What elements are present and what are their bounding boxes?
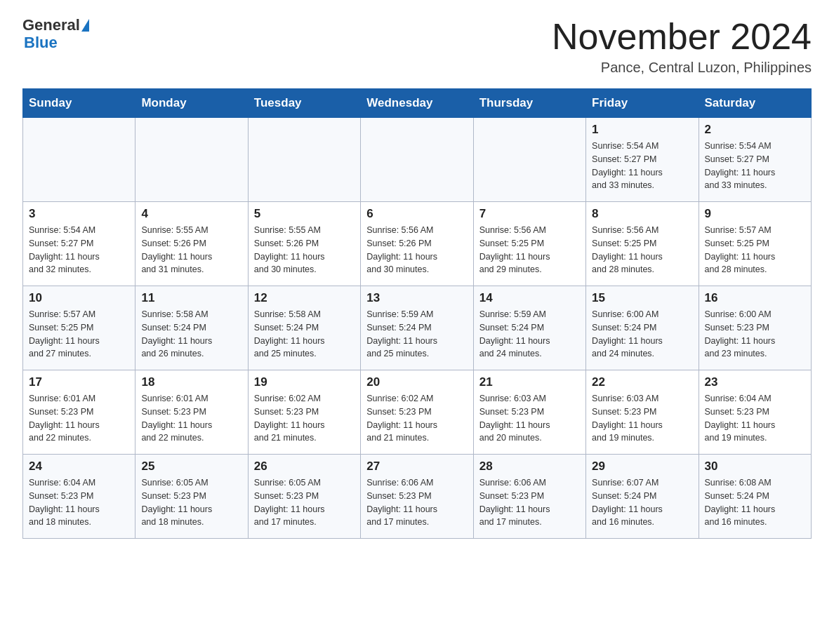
- calendar-cell: [473, 118, 585, 202]
- calendar-week-1: 1Sunrise: 5:54 AMSunset: 5:27 PMDaylight…: [23, 118, 812, 202]
- calendar-table: SundayMondayTuesdayWednesdayThursdayFrid…: [22, 88, 812, 539]
- day-number: 16: [705, 291, 805, 305]
- calendar-cell: 19Sunrise: 6:02 AMSunset: 5:23 PMDayligh…: [248, 370, 360, 455]
- day-info: Sunrise: 5:58 AMSunset: 5:24 PMDaylight:…: [254, 308, 355, 361]
- day-info: Sunrise: 6:03 AMSunset: 5:23 PMDaylight:…: [592, 392, 692, 445]
- day-number: 9: [705, 207, 805, 221]
- day-info: Sunrise: 5:57 AMSunset: 5:25 PMDaylight:…: [29, 308, 129, 361]
- calendar-cell: 1Sunrise: 5:54 AMSunset: 5:27 PMDaylight…: [586, 118, 699, 202]
- calendar-cell: 26Sunrise: 6:05 AMSunset: 5:23 PMDayligh…: [248, 455, 360, 539]
- day-info: Sunrise: 5:54 AMSunset: 5:27 PMDaylight:…: [705, 140, 805, 192]
- calendar-cell: 29Sunrise: 6:07 AMSunset: 5:24 PMDayligh…: [586, 455, 699, 539]
- day-info: Sunrise: 5:54 AMSunset: 5:27 PMDaylight:…: [29, 224, 129, 276]
- day-number: 26: [254, 459, 355, 474]
- weekday-header-sunday: Sunday: [23, 89, 135, 118]
- day-number: 3: [29, 207, 129, 221]
- calendar-cell: [135, 118, 248, 202]
- header-area: General Blue November 2024 Pance, Centra…: [22, 17, 812, 76]
- day-info: Sunrise: 6:08 AMSunset: 5:24 PMDaylight:…: [705, 476, 805, 529]
- weekday-header-wednesday: Wednesday: [361, 89, 473, 118]
- calendar-cell: 27Sunrise: 6:06 AMSunset: 5:23 PMDayligh…: [361, 455, 473, 539]
- day-info: Sunrise: 6:01 AMSunset: 5:23 PMDaylight:…: [29, 392, 129, 445]
- day-number: 11: [141, 291, 241, 305]
- weekday-header-row: SundayMondayTuesdayWednesdayThursdayFrid…: [23, 89, 812, 118]
- calendar-cell: 10Sunrise: 5:57 AMSunset: 5:25 PMDayligh…: [23, 286, 135, 370]
- day-number: 12: [254, 291, 355, 305]
- day-info: Sunrise: 6:02 AMSunset: 5:23 PMDaylight:…: [366, 392, 467, 445]
- calendar-cell: [248, 118, 360, 202]
- day-info: Sunrise: 5:55 AMSunset: 5:26 PMDaylight:…: [254, 224, 355, 276]
- day-number: 10: [29, 291, 129, 305]
- calendar-cell: 21Sunrise: 6:03 AMSunset: 5:23 PMDayligh…: [473, 370, 585, 455]
- day-number: 2: [705, 123, 805, 137]
- day-number: 5: [254, 207, 355, 221]
- day-info: Sunrise: 6:04 AMSunset: 5:23 PMDaylight:…: [29, 476, 129, 529]
- day-info: Sunrise: 6:05 AMSunset: 5:23 PMDaylight:…: [141, 476, 241, 529]
- calendar-cell: 11Sunrise: 5:58 AMSunset: 5:24 PMDayligh…: [135, 286, 248, 370]
- day-number: 8: [592, 207, 692, 221]
- calendar-cell: 30Sunrise: 6:08 AMSunset: 5:24 PMDayligh…: [699, 455, 811, 539]
- day-info: Sunrise: 5:55 AMSunset: 5:26 PMDaylight:…: [141, 224, 241, 276]
- day-number: 4: [141, 207, 241, 221]
- calendar-cell: 17Sunrise: 6:01 AMSunset: 5:23 PMDayligh…: [23, 370, 135, 455]
- calendar-cell: [23, 118, 135, 202]
- logo-area: General Blue: [22, 17, 90, 52]
- day-number: 22: [592, 375, 692, 389]
- calendar-cell: 22Sunrise: 6:03 AMSunset: 5:23 PMDayligh…: [586, 370, 699, 455]
- calendar-week-2: 3Sunrise: 5:54 AMSunset: 5:27 PMDaylight…: [23, 202, 812, 286]
- calendar-cell: 24Sunrise: 6:04 AMSunset: 5:23 PMDayligh…: [23, 455, 135, 539]
- calendar-cell: 25Sunrise: 6:05 AMSunset: 5:23 PMDayligh…: [135, 455, 248, 539]
- day-number: 7: [479, 207, 580, 221]
- calendar-cell: 13Sunrise: 5:59 AMSunset: 5:24 PMDayligh…: [361, 286, 473, 370]
- day-number: 23: [705, 375, 805, 389]
- title-area: November 2024 Pance, Central Luzon, Phil…: [552, 17, 812, 76]
- day-info: Sunrise: 5:58 AMSunset: 5:24 PMDaylight:…: [141, 308, 241, 361]
- day-number: 21: [479, 375, 580, 389]
- calendar-cell: 20Sunrise: 6:02 AMSunset: 5:23 PMDayligh…: [361, 370, 473, 455]
- day-number: 6: [366, 207, 467, 221]
- calendar-week-5: 24Sunrise: 6:04 AMSunset: 5:23 PMDayligh…: [23, 455, 812, 539]
- day-info: Sunrise: 5:56 AMSunset: 5:26 PMDaylight:…: [366, 224, 467, 276]
- calendar-cell: 16Sunrise: 6:00 AMSunset: 5:23 PMDayligh…: [699, 286, 811, 370]
- location-subtitle: Pance, Central Luzon, Philippines: [552, 60, 812, 76]
- day-number: 17: [29, 375, 129, 389]
- day-number: 13: [366, 291, 467, 305]
- day-number: 27: [366, 459, 467, 474]
- month-title: November 2024: [552, 17, 812, 57]
- day-number: 14: [479, 291, 580, 305]
- day-info: Sunrise: 5:56 AMSunset: 5:25 PMDaylight:…: [592, 224, 692, 276]
- day-info: Sunrise: 6:07 AMSunset: 5:24 PMDaylight:…: [592, 476, 692, 529]
- day-info: Sunrise: 6:06 AMSunset: 5:23 PMDaylight:…: [366, 476, 467, 529]
- calendar-cell: 6Sunrise: 5:56 AMSunset: 5:26 PMDaylight…: [361, 202, 473, 286]
- logo: General: [22, 17, 90, 34]
- day-info: Sunrise: 6:05 AMSunset: 5:23 PMDaylight:…: [254, 476, 355, 529]
- calendar-cell: 5Sunrise: 5:55 AMSunset: 5:26 PMDaylight…: [248, 202, 360, 286]
- calendar-week-3: 10Sunrise: 5:57 AMSunset: 5:25 PMDayligh…: [23, 286, 812, 370]
- day-info: Sunrise: 6:02 AMSunset: 5:23 PMDaylight:…: [254, 392, 355, 445]
- calendar-cell: [361, 118, 473, 202]
- day-info: Sunrise: 6:00 AMSunset: 5:24 PMDaylight:…: [592, 308, 692, 361]
- weekday-header-tuesday: Tuesday: [248, 89, 360, 118]
- day-info: Sunrise: 6:01 AMSunset: 5:23 PMDaylight:…: [141, 392, 241, 445]
- calendar-cell: 28Sunrise: 6:06 AMSunset: 5:23 PMDayligh…: [473, 455, 585, 539]
- logo-blue-text: Blue: [24, 34, 58, 51]
- calendar-cell: 4Sunrise: 5:55 AMSunset: 5:26 PMDaylight…: [135, 202, 248, 286]
- calendar-cell: 7Sunrise: 5:56 AMSunset: 5:25 PMDaylight…: [473, 202, 585, 286]
- calendar-cell: 14Sunrise: 5:59 AMSunset: 5:24 PMDayligh…: [473, 286, 585, 370]
- calendar-cell: 3Sunrise: 5:54 AMSunset: 5:27 PMDaylight…: [23, 202, 135, 286]
- day-number: 25: [141, 459, 241, 474]
- day-number: 29: [592, 459, 692, 474]
- logo-general-text: General: [22, 17, 80, 34]
- day-number: 28: [479, 459, 580, 474]
- day-number: 19: [254, 375, 355, 389]
- calendar-body: 1Sunrise: 5:54 AMSunset: 5:27 PMDaylight…: [23, 118, 812, 539]
- day-number: 24: [29, 459, 129, 474]
- day-number: 30: [705, 459, 805, 474]
- day-info: Sunrise: 6:04 AMSunset: 5:23 PMDaylight:…: [705, 392, 805, 445]
- day-info: Sunrise: 6:06 AMSunset: 5:23 PMDaylight:…: [479, 476, 580, 529]
- calendar-cell: 2Sunrise: 5:54 AMSunset: 5:27 PMDaylight…: [699, 118, 811, 202]
- day-info: Sunrise: 6:03 AMSunset: 5:23 PMDaylight:…: [479, 392, 580, 445]
- day-number: 1: [592, 123, 692, 137]
- weekday-header-friday: Friday: [586, 89, 699, 118]
- logo-triangle-icon: [81, 19, 89, 32]
